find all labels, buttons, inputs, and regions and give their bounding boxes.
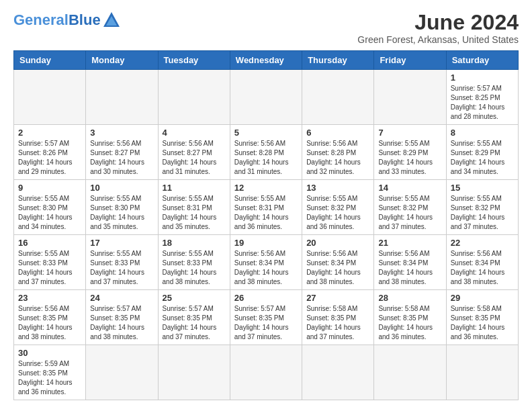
calendar-cell [86,70,158,125]
logo-blue: Blue [69,11,101,28]
weekday-header-row: Sunday Monday Tuesday Wednesday Thursday… [14,51,519,70]
day-number: 23 [18,293,81,303]
day-info: Sunrise: 5:56 AM Sunset: 8:34 PM Dayligh… [306,249,369,287]
calendar-cell [302,345,374,400]
calendar-cell: 18Sunrise: 5:55 AM Sunset: 8:33 PM Dayli… [158,235,230,290]
calendar-cell [302,70,374,125]
page: GeneralBlue June 2024 Green Forest, Arka… [0,0,532,411]
day-info: Sunrise: 5:56 AM Sunset: 8:27 PM Dayligh… [90,139,153,177]
day-number: 10 [90,183,153,193]
calendar-cell: 19Sunrise: 5:56 AM Sunset: 8:34 PM Dayli… [230,235,302,290]
calendar-cell: 2Sunrise: 5:57 AM Sunset: 8:26 PM Daylig… [14,125,86,180]
header-monday: Monday [86,51,158,70]
calendar-cell: 26Sunrise: 5:57 AM Sunset: 8:35 PM Dayli… [230,290,302,345]
calendar-week-5: 23Sunrise: 5:56 AM Sunset: 8:35 PM Dayli… [14,290,519,345]
calendar-cell: 15Sunrise: 5:55 AM Sunset: 8:32 PM Dayli… [446,180,518,235]
calendar-week-2: 2Sunrise: 5:57 AM Sunset: 8:26 PM Daylig… [14,125,519,180]
day-info: Sunrise: 5:58 AM Sunset: 8:35 PM Dayligh… [306,304,369,342]
day-number: 15 [451,183,514,193]
day-info: Sunrise: 5:55 AM Sunset: 8:33 PM Dayligh… [18,249,81,287]
calendar-cell [86,345,158,400]
logo-text: GeneralBlue [13,13,101,28]
day-info: Sunrise: 5:57 AM Sunset: 8:35 PM Dayligh… [90,304,153,342]
calendar-cell: 28Sunrise: 5:58 AM Sunset: 8:35 PM Dayli… [374,290,446,345]
day-number: 12 [234,183,298,193]
day-info: Sunrise: 5:56 AM Sunset: 8:34 PM Dayligh… [451,249,514,287]
calendar-cell: 8Sunrise: 5:55 AM Sunset: 8:29 PM Daylig… [446,125,518,180]
month-title: June 2024 [357,11,519,34]
calendar-week-3: 9Sunrise: 5:55 AM Sunset: 8:30 PM Daylig… [14,180,519,235]
day-number: 8 [451,128,514,138]
day-info: Sunrise: 5:56 AM Sunset: 8:35 PM Dayligh… [18,304,81,342]
calendar-cell: 27Sunrise: 5:58 AM Sunset: 8:35 PM Dayli… [302,290,374,345]
day-number: 13 [306,183,369,193]
calendar-cell: 24Sunrise: 5:57 AM Sunset: 8:35 PM Dayli… [86,290,158,345]
day-info: Sunrise: 5:55 AM Sunset: 8:30 PM Dayligh… [18,194,81,232]
calendar-cell: 30Sunrise: 5:59 AM Sunset: 8:35 PM Dayli… [14,345,86,400]
day-number: 5 [234,128,298,138]
calendar-cell [14,70,86,125]
calendar-cell: 20Sunrise: 5:56 AM Sunset: 8:34 PM Dayli… [302,235,374,290]
title-block: June 2024 Green Forest, Arkansas, United… [357,11,519,45]
day-info: Sunrise: 5:55 AM Sunset: 8:31 PM Dayligh… [234,194,298,232]
calendar-week-4: 16Sunrise: 5:55 AM Sunset: 8:33 PM Dayli… [14,235,519,290]
calendar-cell [446,345,518,400]
day-number: 20 [306,238,369,248]
calendar-cell: 22Sunrise: 5:56 AM Sunset: 8:34 PM Dayli… [446,235,518,290]
calendar-cell: 7Sunrise: 5:55 AM Sunset: 8:29 PM Daylig… [374,125,446,180]
day-number: 21 [378,238,441,248]
day-info: Sunrise: 5:58 AM Sunset: 8:35 PM Dayligh… [378,304,441,342]
day-number: 11 [163,183,226,193]
header-wednesday: Wednesday [230,51,302,70]
day-number: 26 [234,293,298,303]
day-number: 7 [378,128,441,138]
calendar-cell: 3Sunrise: 5:56 AM Sunset: 8:27 PM Daylig… [86,125,158,180]
day-number: 17 [90,238,153,248]
day-number: 1 [451,73,514,83]
calendar-table: Sunday Monday Tuesday Wednesday Thursday… [13,50,519,400]
header-saturday: Saturday [446,51,518,70]
day-info: Sunrise: 5:56 AM Sunset: 8:28 PM Dayligh… [234,139,298,177]
day-number: 24 [90,293,153,303]
calendar-cell [374,345,446,400]
day-number: 3 [90,128,153,138]
day-info: Sunrise: 5:55 AM Sunset: 8:33 PM Dayligh… [90,249,153,287]
calendar-cell [230,70,302,125]
day-info: Sunrise: 5:55 AM Sunset: 8:32 PM Dayligh… [451,194,514,232]
logo-icon [102,11,121,30]
calendar-cell: 10Sunrise: 5:55 AM Sunset: 8:30 PM Dayli… [86,180,158,235]
day-number: 9 [18,183,81,193]
day-number: 27 [306,293,369,303]
calendar-cell [230,345,302,400]
day-info: Sunrise: 5:55 AM Sunset: 8:31 PM Dayligh… [163,194,226,232]
day-info: Sunrise: 5:56 AM Sunset: 8:28 PM Dayligh… [306,139,369,177]
calendar-cell: 25Sunrise: 5:57 AM Sunset: 8:35 PM Dayli… [158,290,230,345]
day-info: Sunrise: 5:55 AM Sunset: 8:30 PM Dayligh… [90,194,153,232]
calendar-week-6: 30Sunrise: 5:59 AM Sunset: 8:35 PM Dayli… [14,345,519,400]
day-number: 22 [451,238,514,248]
calendar-cell: 6Sunrise: 5:56 AM Sunset: 8:28 PM Daylig… [302,125,374,180]
calendar-cell: 23Sunrise: 5:56 AM Sunset: 8:35 PM Dayli… [14,290,86,345]
day-info: Sunrise: 5:55 AM Sunset: 8:32 PM Dayligh… [378,194,441,232]
day-number: 2 [18,128,81,138]
calendar-cell: 14Sunrise: 5:55 AM Sunset: 8:32 PM Dayli… [374,180,446,235]
calendar-cell [158,70,230,125]
day-number: 18 [163,238,226,248]
day-info: Sunrise: 5:57 AM Sunset: 8:26 PM Dayligh… [18,139,81,177]
calendar-week-1: 1Sunrise: 5:57 AM Sunset: 8:25 PM Daylig… [14,70,519,125]
location: Green Forest, Arkansas, United States [357,34,519,45]
day-info: Sunrise: 5:56 AM Sunset: 8:27 PM Dayligh… [163,139,226,177]
calendar-cell: 1Sunrise: 5:57 AM Sunset: 8:25 PM Daylig… [446,70,518,125]
day-info: Sunrise: 5:57 AM Sunset: 8:35 PM Dayligh… [234,304,298,342]
calendar-cell: 11Sunrise: 5:55 AM Sunset: 8:31 PM Dayli… [158,180,230,235]
day-info: Sunrise: 5:56 AM Sunset: 8:34 PM Dayligh… [234,249,298,287]
day-info: Sunrise: 5:55 AM Sunset: 8:33 PM Dayligh… [163,249,226,287]
calendar-cell [158,345,230,400]
day-info: Sunrise: 5:58 AM Sunset: 8:35 PM Dayligh… [451,304,514,342]
logo: GeneralBlue [13,11,121,30]
day-number: 16 [18,238,81,248]
day-info: Sunrise: 5:57 AM Sunset: 8:35 PM Dayligh… [163,304,226,342]
day-number: 19 [234,238,298,248]
header-sunday: Sunday [14,51,86,70]
day-info: Sunrise: 5:56 AM Sunset: 8:34 PM Dayligh… [378,249,441,287]
